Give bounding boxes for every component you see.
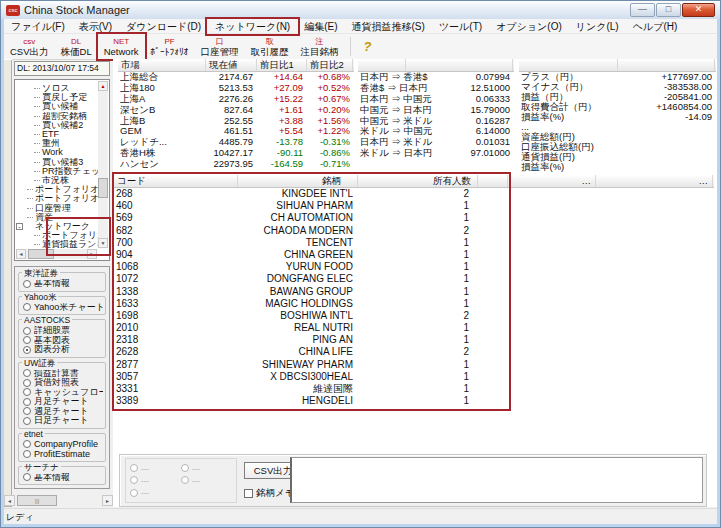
column-header-owners[interactable]: 所有人数	[358, 175, 478, 187]
holdings-row[interactable]: 2010 REAL NUTRI 1	[114, 322, 714, 334]
holdings-row[interactable]: 3057 X DBCSI300HEAL 1	[114, 371, 714, 383]
link-radio-option[interactable]: 基本図表	[23, 336, 103, 346]
link-radio-option[interactable]: 貸借対照表	[23, 378, 103, 388]
tree-horizontal-scrollbar[interactable]: ◄ ►	[16, 249, 97, 259]
link-radio-option[interactable]: 詳細股票	[23, 326, 103, 336]
column-header[interactable]: 前日比1	[257, 59, 307, 71]
toolbar-button[interactable]: PF ﾎﾟｰﾄﾌｫﾘｵ	[145, 34, 195, 59]
tree-item[interactable]: 口座管理	[16, 203, 98, 212]
scroll-right-icon[interactable]: ►	[87, 249, 97, 259]
scroll-left-icon[interactable]: ◄	[4, 495, 15, 506]
tree-item[interactable]: 資産	[16, 213, 98, 222]
column-header[interactable]	[478, 175, 508, 187]
column-header[interactable]: 市場	[118, 59, 206, 71]
holdings-row[interactable]: 682 CHAODA MODERN 2	[114, 225, 714, 237]
link-radio-option[interactable]: 損益計算書	[23, 369, 103, 379]
tree-expander-icon[interactable]: -	[16, 223, 23, 230]
menu-item[interactable]: ネットワーク(N)	[208, 20, 297, 33]
menu-item[interactable]: ヘルプ(H)	[626, 20, 685, 33]
column-header[interactable]: …	[596, 175, 713, 187]
holdings-row[interactable]: 1338 BAWANG GROUP 1	[114, 286, 714, 298]
scrollbar-thumb[interactable]	[28, 249, 54, 259]
checkbox-icon[interactable]	[244, 489, 253, 498]
tree-item[interactable]: Work	[16, 148, 98, 157]
toolbar-button[interactable]: csv CSV出力	[4, 34, 55, 59]
holdings-row[interactable]: 700 TENCENT 1	[114, 237, 714, 249]
link-radio-option[interactable]: 基本情報	[23, 473, 103, 483]
tree-item[interactable]: 通貨損益ランキ	[16, 240, 98, 248]
holdings-row[interactable]: 3389 HENGDELI 1	[114, 395, 714, 407]
menu-item[interactable]: 表示(V)	[72, 20, 119, 33]
tree-item[interactable]: 買い候補2	[16, 121, 98, 130]
tree-item[interactable]: ポートフォリオ	[16, 194, 98, 203]
tree-item[interactable]: 市況株	[16, 176, 98, 185]
menu-item[interactable]: ダウンロード(D)	[119, 20, 208, 33]
link-radio-option[interactable]: 日足チャート	[23, 416, 103, 426]
scroll-right-icon[interactable]: ►	[102, 495, 113, 506]
holdings-row[interactable]: 1072 DONGFANG ELEC 1	[114, 273, 714, 285]
holdings-row[interactable]: 904 CHINA GREEN 1	[114, 249, 714, 261]
column-header[interactable]: …	[508, 175, 596, 187]
holdings-row[interactable]: 460 SIHUAN PHARM 1	[114, 200, 714, 212]
minimize-button[interactable]: —	[630, 3, 655, 17]
column-header[interactable]	[358, 59, 406, 71]
holdings-row[interactable]: 2628 CHINA LIFE 2	[114, 346, 714, 358]
maximize-button[interactable]: □	[656, 3, 681, 17]
holdings-row[interactable]: 2877 SHINEWAY PHARM 1	[114, 359, 714, 371]
column-header[interactable]	[519, 59, 618, 71]
toolbar-button[interactable]: 口 口座管理	[195, 34, 245, 59]
menu-item[interactable]: リンク(L)	[569, 20, 626, 33]
menu-item[interactable]: 通貨損益推移(S)	[345, 20, 432, 33]
link-radio-option[interactable]: 月足チャート	[23, 397, 103, 407]
sidebar-horizontal-scrollbar[interactable]: ◄ ||| ►	[4, 495, 113, 506]
tree-item[interactable]: 超割安銘柄	[16, 112, 98, 121]
tree-item[interactable]: - ネットワーク	[16, 222, 98, 231]
scrollbar-thumb[interactable]: |||	[17, 495, 57, 506]
menu-item[interactable]: オプション(O)	[489, 20, 569, 33]
link-radio-option[interactable]: ProfitEstimate	[23, 449, 103, 459]
holdings-row[interactable]: 569 CH AUTOMATION 1	[114, 212, 714, 224]
tree-item[interactable]: ポートフォリオ登録銘	[16, 185, 98, 194]
tree-item[interactable]: ETF	[16, 130, 98, 139]
tree-item[interactable]: ポートフォリオ銘	[16, 231, 98, 240]
tree-item[interactable]: 重州	[16, 139, 98, 148]
link-radio-option[interactable]: キャッシュフロー	[23, 388, 103, 398]
column-header[interactable]	[618, 59, 715, 71]
holdings-row[interactable]: 3331 維達国際 1	[114, 383, 714, 395]
menu-item[interactable]: 編集(E)	[297, 20, 344, 33]
link-radio-option[interactable]: 図表分析	[23, 345, 103, 355]
column-header[interactable]: 現在値	[206, 59, 257, 71]
holdings-row[interactable]: 1633 MAGIC HOLDINGS 1	[114, 298, 714, 310]
holdings-row[interactable]: 1698 BOSHIWA INT'L 2	[114, 310, 714, 322]
memo-checkbox-row[interactable]: 銘柄メモ	[244, 487, 294, 500]
holdings-row[interactable]: 268 KINGDEE INT'L 2	[114, 188, 714, 200]
tree-item[interactable]: 買い候補3	[16, 158, 98, 167]
memo-text-area[interactable]	[290, 457, 703, 503]
scroll-down-icon[interactable]: ▼	[98, 238, 108, 248]
close-button[interactable]: ✕	[682, 3, 715, 17]
toolbar-button[interactable]: 取 取引履歴	[245, 34, 295, 59]
link-radio-option[interactable]: 基本情報	[23, 279, 103, 289]
scroll-up-icon[interactable]: ▲	[98, 81, 108, 91]
scrollbar-thumb[interactable]	[98, 178, 108, 198]
scroll-left-icon[interactable]: ◄	[16, 249, 26, 259]
help-icon[interactable]: ?	[356, 34, 380, 59]
column-header-name[interactable]: 銘柄	[238, 175, 358, 187]
holdings-row[interactable]: 1068 YURUN FOOD 1	[114, 261, 714, 273]
menu-item[interactable]: ツール(T)	[432, 20, 489, 33]
sidebar-splitter[interactable]	[3, 59, 12, 507]
link-radio-option[interactable]: 週足チャート	[23, 407, 103, 417]
column-header[interactable]: 前日比2	[307, 59, 353, 71]
tree-item[interactable]: 買い候補	[16, 102, 98, 111]
tree-item[interactable]: PR指数チェック	[16, 167, 98, 176]
link-radio-option[interactable]: Yahoo米チャート	[23, 303, 103, 313]
holdings-row[interactable]: 2318 PING AN 1	[114, 334, 714, 346]
tree-item[interactable]: ソロス	[16, 84, 98, 93]
tree-vertical-scrollbar[interactable]: ▲ ▼	[98, 81, 108, 248]
toolbar-button[interactable]: DL 株価DL	[55, 34, 98, 59]
toolbar-button[interactable]: 注 注目銘柄	[295, 34, 345, 59]
column-header[interactable]	[406, 59, 513, 71]
toolbar-button[interactable]: NET Network	[98, 34, 145, 59]
link-radio-option[interactable]: CompanyProfile	[23, 440, 103, 450]
menu-item[interactable]: ファイル(F)	[4, 20, 72, 33]
